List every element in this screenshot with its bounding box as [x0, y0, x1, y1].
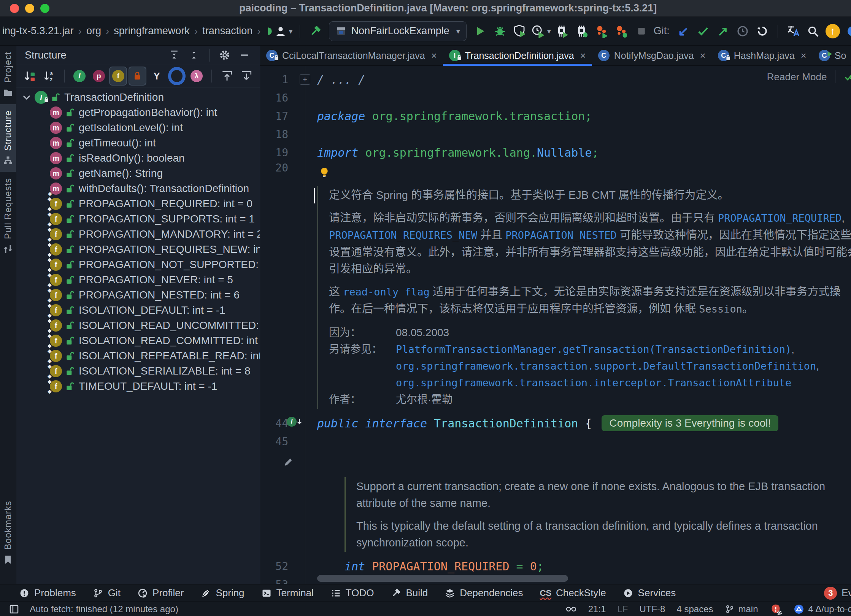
chevron-expanded-icon[interactable] [22, 92, 32, 102]
breadcrumb-item[interactable]: org [84, 25, 103, 37]
indent-style[interactable]: 4 spaces [676, 604, 713, 614]
tool-window-button-structure[interactable]: Structure [0, 104, 16, 172]
stop-button[interactable] [633, 23, 650, 40]
structure-item[interactable]: f◆◆PROPAGATION_SUPPORTS: int = 1 [16, 211, 260, 227]
fold-marker-icon[interactable]: + [300, 74, 310, 85]
inspections-ok-icon[interactable] [844, 71, 851, 83]
run-button[interactable] [472, 23, 489, 40]
git-commit-button[interactable] [695, 23, 711, 40]
javadoc-link[interactable]: PlatformTransactionManager.getTransactio… [396, 343, 791, 355]
javadoc-link[interactable]: PROPAGATION_REQUIRED [718, 212, 841, 224]
profile-run-button[interactable] [594, 23, 610, 40]
structure-item[interactable]: m◆withDefaults(): TransactionDefinition [16, 181, 260, 196]
profile-debug-button[interactable] [613, 23, 630, 40]
tool-window-button-services[interactable]: Services [623, 587, 676, 599]
structure-item[interactable]: f◆◆TIMEOUT_DEFAULT: int = -1 [16, 379, 260, 394]
expand-all-icon[interactable] [166, 47, 183, 64]
editor-tab[interactable]: CNotifyMsgDao.java× [592, 46, 712, 65]
close-tab-icon[interactable]: × [801, 50, 807, 62]
show-properties-icon[interactable]: p [90, 67, 108, 86]
editor[interactable]: +1/ ... /1617package org.springframework… [260, 66, 851, 584]
file-encoding[interactable]: UTF-8 [639, 604, 665, 614]
structure-item[interactable]: f◆◆PROPAGATION_MANDATORY: int = 2 [16, 227, 260, 242]
javadoc-link[interactable]: PROPAGATION_NESTED [505, 229, 617, 241]
editor-tab[interactable]: CSo [813, 46, 851, 65]
git-history-button[interactable] [734, 23, 751, 40]
sync-status[interactable]: 4 Δ/up-to-date [793, 603, 851, 615]
tool-window-button-profiler[interactable]: Profiler [137, 587, 184, 599]
tool-window-button-pull-requests[interactable]: Pull Requests [0, 172, 16, 260]
show-fields-icon[interactable]: f [109, 67, 127, 86]
editor-tab[interactable]: CCciLocalTransactionManager.java× [260, 46, 443, 65]
structure-item[interactable]: f◆◆ISOLATION_READ_UNCOMMITTED: ir [16, 318, 260, 333]
structure-item[interactable]: ITransactionDefinition [16, 90, 260, 105]
tool-window-button-dependencies[interactable]: Dependencies [445, 587, 523, 599]
profiler-button[interactable]: ▾ [531, 23, 551, 40]
edit-javadoc-icon[interactable] [282, 456, 294, 468]
git-rollback-button[interactable] [754, 23, 771, 40]
tool-window-button-git[interactable]: Git [93, 587, 121, 599]
coverage-button[interactable] [511, 23, 528, 40]
autoscroll-to-source-icon[interactable] [237, 67, 255, 86]
tool-window-button-project[interactable]: Project [0, 46, 16, 104]
sort-by-visibility-icon[interactable] [21, 67, 39, 86]
breadcrumb-item[interactable]: ing-tx-5.3.21.jar [0, 25, 76, 37]
show-lambdas-icon[interactable]: λ [188, 67, 206, 86]
hide-icon[interactable] [236, 47, 253, 64]
collapse-all-icon[interactable] [186, 47, 202, 64]
structure-item[interactable]: misReadOnly(): boolean [16, 151, 260, 166]
structure-item[interactable]: mgetIsolationLevel(): int [16, 120, 260, 135]
tool-window-button-spring[interactable]: Spring [200, 587, 244, 599]
window-icon[interactable] [8, 603, 20, 615]
close-tab-icon[interactable]: × [580, 50, 586, 62]
javadoc-link[interactable]: org.springframework.transaction.support.… [396, 360, 816, 372]
structure-item[interactable]: f◆◆PROPAGATION_NEVER: int = 5 [16, 272, 260, 287]
javadoc-link[interactable]: read-only flag [343, 286, 430, 298]
debug-cpu-button[interactable] [574, 23, 591, 40]
build-project-button[interactable] [307, 23, 324, 40]
close-tab-icon[interactable]: × [431, 50, 437, 62]
tool-window-button-problems[interactable]: Problems [19, 587, 76, 599]
git-push-button[interactable]: ↗ [714, 23, 731, 40]
search-everywhere-button[interactable] [805, 23, 821, 40]
breadcrumb-item[interactable]: springframework [111, 25, 192, 37]
structure-item[interactable]: f◆◆ISOLATION_READ_COMMITTED: int = [16, 333, 260, 348]
javadoc-link[interactable]: PROPAGATION_REQUIRES_NEW [329, 229, 477, 241]
show-non-public-icon[interactable] [129, 67, 146, 86]
event-log-button[interactable]: 3Event Log [824, 587, 851, 600]
user-menu-button[interactable]: ▾ [275, 23, 293, 40]
structure-item[interactable]: f◆◆ISOLATION_DEFAULT: int = -1 [16, 303, 260, 318]
editor-tab[interactable]: ITransactionDefinition.java× [443, 46, 592, 65]
line-separator[interactable]: LF [617, 604, 628, 614]
structure-item[interactable]: f◆◆ISOLATION_REPEATABLE_READ: int = [16, 348, 260, 364]
javadoc-link[interactable]: org.springframework.transaction.intercep… [396, 377, 791, 389]
debug-button[interactable] [492, 23, 508, 40]
ide-error[interactable] [770, 603, 782, 615]
tool-window-button-todo[interactable]: TODO [330, 587, 374, 599]
structure-item[interactable]: mgetTimeout(): int [16, 135, 260, 151]
show-anonymous-icon[interactable] [167, 67, 186, 86]
structure-item[interactable]: f◆◆PROPAGATION_REQUIRED: int = 0 [16, 196, 260, 211]
show-interfaces-icon[interactable]: I [71, 67, 89, 86]
copilot-status[interactable] [565, 603, 577, 615]
tool-window-button-bookmarks[interactable]: Bookmarks [0, 495, 16, 571]
git-branch[interactable]: main [725, 604, 758, 614]
intention-bulb-icon[interactable] [318, 166, 331, 179]
caret-position[interactable]: 21:1 [588, 604, 606, 614]
tool-window-button-terminal[interactable]: Terminal [261, 587, 314, 599]
translate-button[interactable] [785, 23, 802, 40]
settings-icon[interactable] [216, 47, 233, 64]
git-update-button[interactable]: ↙ [675, 23, 692, 40]
push-updates-button[interactable]: ↑ [824, 23, 841, 40]
structure-item[interactable]: f◆◆PROPAGATION_REQUIRES_NEW: int = [16, 242, 260, 257]
tool-window-button-build[interactable]: Build [391, 587, 428, 599]
sort-alphabetically-icon[interactable]: az [40, 67, 58, 86]
editor-horizontal-scrollbar[interactable] [317, 575, 568, 582]
structure-item[interactable]: f◆◆ISOLATION_SERIALIZABLE: int = 8 [16, 364, 260, 379]
show-inherited-icon[interactable]: Y [148, 67, 166, 86]
structure-item[interactable]: mgetPropagationBehavior(): int [16, 105, 260, 120]
editor-tab[interactable]: CHashMap.java× [712, 46, 813, 65]
close-tab-icon[interactable]: × [700, 50, 706, 62]
run-cpu-button[interactable] [554, 23, 571, 40]
structure-item[interactable]: mgetName(): String [16, 166, 260, 181]
